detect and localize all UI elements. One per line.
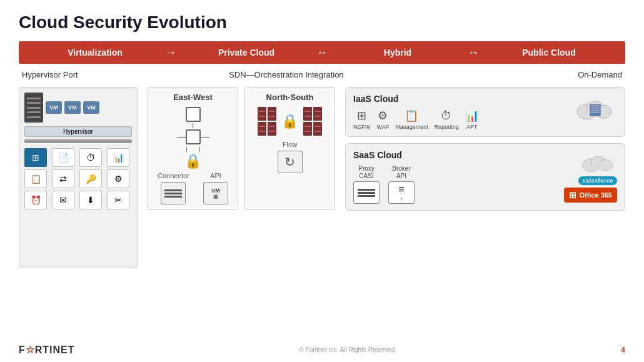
panel-cloud: IaaS Cloud ⊞ NGFW ⚙ WAF 📋 [345, 87, 625, 211]
footer: F☆RTINET © Fortinet Inc. All Rights Rese… [19, 344, 625, 356]
mgmt-icon: 📋 [405, 109, 418, 123]
salesforce-badge: salesforce [578, 176, 617, 185]
cloud-svg-iaas [573, 94, 617, 122]
sublabels-row: Hypervisor Port SDN—Orchestration Integr… [19, 70, 625, 79]
ew-node-top [186, 107, 201, 122]
svg-rect-12 [586, 165, 611, 170]
api-box-icon: VM ▣ [203, 182, 228, 204]
hypervisor-top: VM VM VM [24, 93, 132, 123]
ew-diagram: 🔒 [153, 107, 233, 169]
sublabel-hypervisor: Hypervisor Port [22, 70, 154, 79]
banner-virtualization: Virtualization [25, 48, 165, 58]
iaas-left: IaaS Cloud ⊞ NGFW ⚙ WAF 📋 [353, 94, 479, 130]
office365-label: Office 365 [579, 191, 612, 199]
banner-arrow3: ↔ [468, 46, 479, 59]
rack-icon [24, 93, 43, 123]
proxy-broker-row: ProxyCASI BrokerAPI ≡ [353, 165, 415, 204]
flow-box-icon: ↻ [278, 151, 303, 173]
page-title: Cloud Security Evolution [19, 13, 625, 33]
iaas-icon-reporting: ⏱ Reporting [435, 109, 459, 130]
server-stack-left [258, 107, 276, 136]
north-south-box: North-South [244, 87, 335, 210]
reporting-icon: ⏱ [441, 109, 452, 123]
ew-ns-row: East-West [148, 87, 335, 210]
apt-label: APT [466, 124, 478, 130]
iaas-box: IaaS Cloud ⊞ NGFW ⚙ WAF 📋 [345, 87, 625, 137]
server-stack-right [303, 107, 322, 136]
grid-icon-2: 📄 [52, 148, 74, 167]
connector-api-row: Connector API VM ▣ [153, 172, 233, 204]
reporting-label: Reporting [435, 124, 459, 130]
apt-icon: 📊 [465, 109, 479, 123]
grid-icon-7: 🔑 [79, 169, 102, 188]
icon-grid: ⊞ 📄 ⏱ 📊 📋 ⇄ 🔑 ⚙ ⏰ ✉ ⬇ ✂ [24, 148, 132, 209]
flow-item: Flow ↻ [278, 141, 303, 173]
hypervisor-label: Hypervisor [24, 126, 132, 137]
banner-hybrid: Hybrid [328, 48, 468, 58]
flow-row: Flow ↻ [250, 141, 330, 173]
grid-icon-5: 📋 [24, 169, 47, 188]
iaas-icons-row: ⊞ NGFW ⚙ WAF 📋 Management [353, 109, 479, 130]
sublabel-ondemand: On-Demand [406, 70, 622, 79]
saas-left: SaaS Cloud ProxyCASI [353, 150, 415, 204]
slide: Cloud Security Evolution Virtualization … [0, 0, 644, 362]
sublabel-sdn: SDN—Orchestration Integration [166, 70, 406, 79]
connector-box-icon [161, 182, 186, 204]
hv-bar [24, 139, 132, 143]
waf-label: WAF [377, 124, 390, 130]
grid-icon-10: ✉ [52, 191, 74, 209]
flow-label: Flow [283, 141, 297, 148]
proxy-item: ProxyCASI [353, 165, 380, 204]
iaas-icon-mgmt: 📋 Management [395, 109, 428, 130]
iaas-icon-apt: 📊 APT [465, 109, 479, 130]
svg-rect-6 [591, 108, 600, 109]
iaas-title: IaaS Cloud [353, 94, 479, 104]
broker-box-icon: ≡ ↑ [388, 181, 415, 204]
banner-arrow2: ↔ [316, 46, 328, 59]
waf-icon: ⚙ [378, 109, 388, 123]
office365-logo-icon: ⊞ [569, 190, 576, 200]
ew-title: East-West [153, 93, 233, 102]
panel-hypervisor: VM VM VM Hypervisor ⊞ 📄 ⏱ 📊 📋 ⇄ 🔑 ⚙ ⏰ ✉ … [19, 87, 138, 268]
panel-sdn: East-West [148, 87, 335, 210]
east-west-box: East-West [148, 87, 238, 210]
svg-rect-8 [591, 112, 600, 113]
grid-icon-8: ⚙ [107, 169, 129, 188]
saas-box: SaaS Cloud ProxyCASI [345, 143, 625, 211]
proxy-label: ProxyCASI [358, 165, 375, 180]
ns-title: North-South [250, 93, 330, 102]
broker-label: BrokerAPI [392, 165, 410, 180]
vm-box-2: VM [64, 101, 81, 114]
broker-item: BrokerAPI ≡ ↑ [388, 165, 415, 204]
page-number: 4 [621, 346, 625, 354]
vm-box-1: VM [46, 101, 62, 114]
grid-icon-6: ⇄ [52, 169, 74, 188]
vm-box-3: VM [83, 101, 99, 114]
ngfw-icon: ⊞ [357, 109, 366, 123]
svg-rect-7 [591, 109, 600, 111]
mgmt-label: Management [395, 124, 428, 130]
grid-icon-12: ✂ [107, 191, 129, 209]
proxy-box-icon [353, 181, 380, 204]
grid-icon-3: ⏱ [79, 148, 102, 167]
banner-public-cloud: Public Cloud [479, 48, 619, 58]
ew-lock-icon: 🔒 [184, 153, 201, 169]
iaas-cloud-icon [573, 94, 617, 122]
grid-icon-4: 📊 [107, 148, 129, 167]
ngfw-label: NGFW [353, 124, 371, 130]
cloud-svg-saas [580, 150, 617, 174]
saas-cloud-row: SaaS Cloud ProxyCASI [353, 150, 617, 204]
evolution-banner: Virtualization → Private Cloud ↔ Hybrid … [19, 41, 625, 64]
copyright: © Fortinet Inc. All Rights Reserved. [299, 346, 397, 353]
grid-icon-9: ⏰ [24, 191, 47, 209]
saas-apps: salesforce ⊞ Office 365 [564, 150, 617, 203]
iaas-cloud-row: IaaS Cloud ⊞ NGFW ⚙ WAF 📋 [353, 94, 617, 130]
iaas-icon-ngfw: ⊞ NGFW [353, 109, 371, 130]
ew-node-mid [186, 129, 201, 144]
grid-icon-1: ⊞ [24, 148, 47, 167]
iaas-icon-waf: ⚙ WAF [377, 109, 390, 130]
content-row: VM VM VM Hypervisor ⊞ 📄 ⏱ 📊 📋 ⇄ 🔑 ⚙ ⏰ ✉ … [19, 87, 625, 268]
fortinet-logo: F☆RTINET [19, 344, 75, 356]
banner-arrow1: → [165, 46, 176, 59]
api-item: API VM ▣ [203, 172, 228, 204]
